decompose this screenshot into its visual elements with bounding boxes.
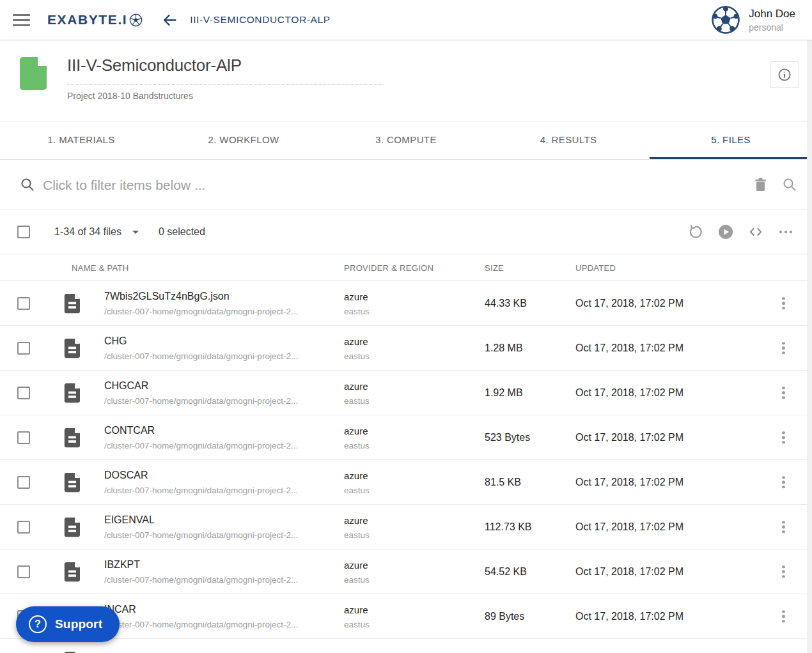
file-size: 112.73 KB: [485, 521, 532, 533]
tab-workflow[interactable]: 2. WORKFLOW: [162, 121, 325, 159]
column-name-path: NAME & PATH: [72, 263, 129, 272]
file-path: /cluster-007-home/gmogni/data/gmogni-pro…: [104, 351, 298, 361]
file-updated: Oct 17, 2018, 17:02 PM: [575, 521, 683, 533]
row-checkbox[interactable]: [17, 521, 30, 534]
file-name[interactable]: CHGCAR: [104, 380, 298, 392]
file-path: /cluster-007-home/gmogni/data/gmogni-pro…: [104, 396, 298, 406]
file-path: /cluster-007-home/gmogni/data/gmogni-pro…: [104, 307, 298, 316]
file-region: eastus: [344, 396, 370, 405]
more-horizontal-icon[interactable]: [778, 224, 793, 240]
row-checkbox[interactable]: [17, 297, 30, 310]
row-checkbox[interactable]: [17, 387, 30, 399]
file-size: 89 Bytes: [485, 611, 524, 622]
file-region: eastus: [344, 351, 370, 360]
pagination-dropdown[interactable]: 1-34 of 34 files: [54, 226, 139, 238]
file-size: 81.5 KB: [485, 477, 521, 488]
file-updated: Oct 17, 2018, 17:02 PM: [575, 387, 683, 399]
file-size: 54.52 KB: [485, 566, 527, 578]
file-path: /cluster-007-home/gmogni/data/gmogni-pro…: [104, 486, 298, 495]
file-icon: [64, 427, 81, 450]
row-menu-icon[interactable]: [779, 606, 788, 627]
file-path: /cluster-007-home/gmogni/data/gmogni-pro…: [104, 441, 298, 450]
chevron-down-icon: [132, 231, 139, 234]
trash-icon[interactable]: [754, 177, 767, 195]
file-provider: azure: [344, 291, 370, 302]
support-button[interactable]: ? Support: [16, 606, 120, 642]
table-row: CONTCAR /cluster-007-home/gmogni/data/gm…: [0, 415, 812, 460]
file-name[interactable]: IBZKPT: [104, 559, 298, 571]
row-menu-icon[interactable]: [779, 293, 788, 314]
app-logo[interactable]: EXABYTE.I: [47, 12, 143, 27]
row-checkbox[interactable]: [17, 431, 30, 444]
tab-files[interactable]: 5. FILES: [650, 121, 812, 159]
file-provider: azure: [344, 604, 370, 615]
row-menu-icon[interactable]: [779, 561, 788, 583]
file-provider: azure: [344, 470, 370, 480]
file-region: eastus: [344, 306, 370, 316]
user-account: personal: [749, 22, 795, 33]
tab-results[interactable]: 4. RESULTS: [487, 121, 650, 159]
table-row: IBZKPT /cluster-007-home/gmogni/data/gmo…: [0, 549, 812, 594]
file-updated: Oct 17, 2018, 17:02 PM: [575, 342, 683, 354]
row-checkbox[interactable]: [17, 565, 30, 578]
file-updated: Oct 17, 2018, 17:02 PM: [575, 477, 683, 488]
row-menu-icon[interactable]: [779, 516, 788, 538]
file-name[interactable]: DOSCAR: [104, 470, 298, 481]
file-name[interactable]: CHG: [104, 335, 298, 347]
row-menu-icon[interactable]: [779, 427, 788, 449]
row-menu-icon[interactable]: [779, 650, 788, 653]
right-gutter: [807, 40, 812, 653]
menu-icon[interactable]: [13, 11, 30, 29]
project-title[interactable]: III-V-Semiconductor-AlP: [67, 56, 384, 85]
back-arrow-icon[interactable]: [162, 12, 178, 28]
list-toolbar: 1-34 of 34 files 0 selected: [0, 210, 812, 254]
row-menu-icon[interactable]: [779, 472, 788, 493]
tab-compute[interactable]: 3. COMPUTE: [325, 121, 487, 159]
file-name[interactable]: INCAR: [104, 604, 298, 615]
table-row: KPOINTS: [0, 639, 812, 653]
tab-materials[interactable]: 1. MATERIALS: [0, 121, 162, 159]
row-checkbox[interactable]: [17, 342, 30, 355]
file-path: /cluster-007-home/gmogni/data/gmogni-pro…: [104, 620, 298, 629]
file-updated: Oct 17, 2018, 17:02 PM: [575, 298, 683, 309]
app-logo-text: EXABYTE.I: [47, 12, 127, 27]
file-region: eastus: [344, 440, 370, 450]
selected-count: 0 selected: [159, 226, 205, 238]
refresh-icon[interactable]: [688, 224, 703, 240]
info-button[interactable]: [770, 61, 799, 88]
user-menu[interactable]: John Doe personal: [712, 6, 812, 34]
file-name[interactable]: CONTCAR: [104, 425, 298, 436]
app-bar: EXABYTE.I III-V-SEMICONDUCTOR-ALP: [0, 0, 812, 40]
select-all-checkbox[interactable]: [17, 226, 30, 238]
table-row: CHGCAR /cluster-007-home/gmogni/data/gmo…: [0, 371, 812, 415]
file-size: 523 Bytes: [485, 432, 530, 443]
user-name: John Doe: [749, 8, 795, 20]
file-provider: azure: [344, 335, 370, 346]
file-region: eastus: [344, 530, 370, 539]
file-icon: [64, 562, 81, 585]
file-name[interactable]: 7Wbis2GLSuTz4nBgG.json: [104, 291, 298, 302]
row-menu-icon[interactable]: [779, 382, 788, 404]
code-icon[interactable]: [748, 224, 763, 240]
file-provider: azure: [344, 559, 370, 570]
breadcrumb[interactable]: III-V-SEMICONDUCTOR-ALP: [190, 14, 330, 26]
row-checkbox[interactable]: [17, 476, 30, 489]
row-menu-icon[interactable]: [779, 337, 788, 359]
filter-input[interactable]: [43, 173, 682, 198]
file-region: eastus: [344, 619, 370, 629]
column-provider-region: PROVIDER & REGION: [344, 263, 433, 272]
table-row: DOSCAR /cluster-007-home/gmogni/data/gmo…: [0, 460, 812, 505]
table-row: 7Wbis2GLSuTz4nBgG.json /cluster-007-home…: [0, 281, 812, 326]
search-icon[interactable]: [783, 178, 797, 194]
file-path: /cluster-007-home/gmogni/data/gmogni-pro…: [104, 575, 298, 585]
play-icon[interactable]: [718, 224, 733, 240]
file-updated: Oct 17, 2018, 17:02 PM: [575, 566, 683, 578]
table-row: CHG /cluster-007-home/gmogni/data/gmogni…: [0, 326, 812, 371]
filter-search-icon: [20, 178, 35, 194]
file-provider: azure: [344, 425, 370, 436]
file-name[interactable]: EIGENVAL: [104, 514, 298, 526]
file-icon: [64, 472, 81, 495]
project-header: III-V-Semiconductor-AlP Project 2018-10 …: [0, 40, 812, 121]
help-question-icon: ?: [29, 615, 47, 633]
file-provider: azure: [344, 380, 370, 391]
